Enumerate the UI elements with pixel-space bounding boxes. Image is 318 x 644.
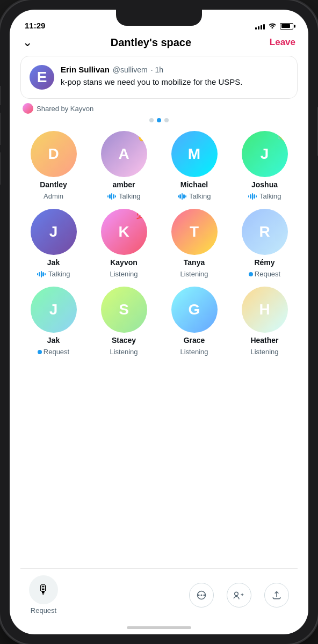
- participant-avatar: T: [171, 209, 218, 255]
- participant-item[interactable]: TTanyaListening: [161, 209, 227, 278]
- participant-status-text: Listening: [250, 348, 278, 356]
- signal-bars-icon: [255, 23, 265, 30]
- tweet-author-name: Erin Sullivan: [61, 65, 110, 74]
- participant-avatar: J: [31, 209, 77, 255]
- request-mic-section: 🎙 Request: [29, 575, 58, 614]
- participant-status: Listening: [180, 270, 208, 278]
- participant-status: Listening: [110, 270, 138, 278]
- participant-avatar: K💯: [101, 209, 147, 255]
- participant-avatar: D: [31, 131, 77, 177]
- carousel-dot-2: [157, 118, 161, 122]
- participant-item[interactable]: JJakRequest: [20, 287, 86, 356]
- participant-status-text: Talking: [48, 270, 70, 278]
- volume-silent-button: [0, 86, 1, 105]
- participant-status-text: Request: [255, 270, 280, 278]
- participant-status-text: Listening: [110, 348, 138, 356]
- participant-name: Tanya: [184, 258, 205, 267]
- home-bar: [127, 626, 191, 629]
- participant-name: Kayvon: [110, 258, 138, 267]
- tweet-author-avatar: E: [30, 65, 54, 90]
- svg-point-3: [235, 592, 238, 596]
- participant-item[interactable]: J👋JoshuaTalking: [232, 131, 298, 200]
- participant-name: Dantley: [40, 180, 67, 189]
- battery-icon: [280, 23, 293, 30]
- mic-button[interactable]: 🎙: [29, 575, 58, 604]
- tweet-author-line: Erin Sullivan @sullivem · 1h: [61, 65, 288, 74]
- participant-name: Michael: [180, 180, 208, 189]
- participant-avatar: R: [242, 209, 288, 255]
- tweet-author-handle: @sullivem: [113, 65, 148, 74]
- add-person-button[interactable]: [227, 583, 251, 608]
- participant-avatar: G: [171, 287, 218, 333]
- volume-up-button: [0, 113, 1, 145]
- participant-item[interactable]: JJakTalking: [20, 209, 86, 278]
- tweet-content: Erin Sullivan @sullivem · 1h k-pop stans…: [61, 65, 288, 90]
- bottom-bar: 🎙 Request: [10, 569, 308, 623]
- participant-status-text: Listening: [110, 270, 138, 278]
- carousel-dot-3: [164, 118, 169, 122]
- tweet-time: · 1h: [151, 65, 163, 74]
- participant-item[interactable]: K💯KayvonListening: [91, 209, 157, 278]
- svg-point-0: [201, 595, 202, 596]
- participant-name: Jak: [47, 258, 60, 267]
- participant-name: Grace: [184, 336, 205, 345]
- participant-status: Admin: [44, 192, 63, 200]
- participant-name: amber: [112, 180, 135, 189]
- carousel-dot-1: [149, 118, 154, 122]
- participant-status: Listening: [250, 348, 278, 356]
- chevron-down-icon[interactable]: ⌄: [23, 35, 32, 49]
- participant-emoji: ✌️: [136, 131, 147, 142]
- signal-bar-3: [261, 25, 262, 30]
- participant-status-text: Listening: [180, 270, 208, 278]
- participant-status-text: Talking: [189, 192, 211, 200]
- signal-bar-2: [258, 26, 259, 30]
- space-title: Dantley's space: [111, 36, 191, 49]
- participant-item[interactable]: RRémyRequest: [232, 209, 298, 278]
- participant-avatar: H: [242, 287, 288, 333]
- header: ⌄ Dantley's space Leave: [10, 33, 308, 56]
- participant-item[interactable]: HHeatherListening: [232, 287, 298, 356]
- talking-waves-icon: [107, 193, 117, 200]
- notch: [116, 10, 202, 26]
- chat-bubble-button[interactable]: [189, 583, 214, 608]
- shared-by-avatar: [23, 103, 33, 114]
- shared-by-label: Shared by Kayvon: [37, 105, 93, 113]
- phone-shell: 11:29 ⌄ Dantley's space Leave: [0, 0, 318, 644]
- participant-avatar: S: [101, 287, 147, 333]
- participant-status-text: Admin: [44, 192, 63, 200]
- svg-point-1: [198, 595, 199, 596]
- participant-avatar: J: [31, 287, 77, 333]
- request-dot-icon: [249, 272, 253, 276]
- bottom-action-icons: [189, 583, 289, 608]
- participant-name: Rémy: [254, 258, 274, 267]
- participant-status-text: Talking: [259, 192, 281, 200]
- svg-point-2: [204, 595, 205, 596]
- battery-fill: [281, 24, 290, 28]
- tweet-card[interactable]: E Erin Sullivan @sullivem · 1h k-pop sta…: [20, 56, 298, 99]
- participant-item[interactable]: DDantleyAdmin: [20, 131, 86, 200]
- participant-avatar: J👋: [242, 131, 288, 177]
- participant-status-text: Request: [44, 348, 69, 356]
- participant-status: Request: [249, 270, 280, 278]
- status-icons: [255, 22, 293, 30]
- participant-emoji: 👋: [277, 131, 288, 142]
- participant-item[interactable]: GGraceListening: [161, 287, 227, 356]
- participant-status: Talking: [37, 270, 70, 278]
- participant-status: Listening: [110, 348, 138, 356]
- tweet-text: k-pop stans we need you to mobilize for …: [61, 76, 288, 87]
- participant-status-text: Talking: [119, 192, 140, 200]
- talking-waves-icon: [37, 271, 46, 277]
- carousel-dots: [10, 118, 308, 122]
- participant-emoji: 💯: [136, 209, 147, 219]
- participant-avatar: A✌️: [101, 131, 147, 177]
- participant-status: Talking: [178, 192, 211, 200]
- leave-button[interactable]: Leave: [270, 37, 295, 48]
- participant-name: Jak: [47, 336, 60, 345]
- participant-item[interactable]: MMichaelTalking: [161, 131, 227, 200]
- participant-item[interactable]: SStaceyListening: [91, 287, 157, 356]
- share-button[interactable]: [264, 583, 289, 608]
- participant-status: Talking: [107, 192, 141, 200]
- participant-item[interactable]: A✌️amberTalking: [91, 131, 157, 200]
- participant-status: Request: [38, 348, 69, 356]
- participant-avatar: M: [171, 131, 218, 177]
